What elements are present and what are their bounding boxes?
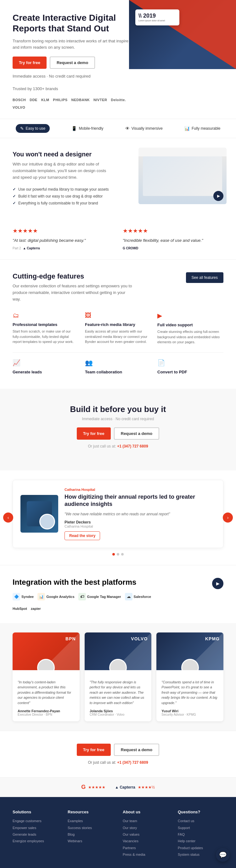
case-study-section: ‹ Catharina Hospital How digitizing thei… xyxy=(0,470,236,565)
logo-deloitte: Deloitte. xyxy=(111,98,126,102)
rating-capterra: ▲ Capterra ★★★★½ xyxy=(115,785,155,789)
see-all-features-button[interactable]: See all features xyxy=(186,272,224,283)
ratings-bar: G ★★★★★ ▲ Capterra ★★★★½ xyxy=(0,777,236,797)
tcard-bpn-body: "In today's content-laden environment, a… xyxy=(12,670,80,722)
logo-bosch: BOSCH xyxy=(12,98,26,102)
checklist: ✓ Use our powerful media library to mana… xyxy=(12,187,126,206)
footer-about: About us Our team Our story Our values V… xyxy=(123,810,168,859)
footer-link-examples[interactable]: Examples xyxy=(68,819,113,824)
integration-logos: 🔷 Syndee 📊 Google Analytics 🏷 Google Tag… xyxy=(12,593,203,600)
tcard-kpmg-role: Security Advisor · KPMG xyxy=(161,713,218,716)
footer-link-support[interactable]: Support xyxy=(178,826,224,830)
int-logo-hubspot: HubSpot xyxy=(12,607,27,611)
feature-leads-title: Generate leads xyxy=(12,370,79,374)
feature-video-desc: Create stunning effects using full-scree… xyxy=(157,329,224,345)
hero-try-free-button[interactable]: Try for free xyxy=(12,57,47,69)
footer-link-vacancies[interactable]: Vacancies xyxy=(123,839,168,843)
footer-link-engage[interactable]: Engage customers xyxy=(12,819,58,824)
bottom-try-free-button[interactable]: Try for free xyxy=(77,744,111,756)
integration-play-button[interactable]: ▶ xyxy=(212,578,224,589)
feature-fully-measurable[interactable]: 📊 Fully measurable xyxy=(184,124,220,133)
carousel-dot-2[interactable] xyxy=(117,553,119,556)
stars-1: ★★★★★ xyxy=(12,227,113,234)
feature-video-title: Full video support xyxy=(157,322,224,327)
int-logo-gtm: 🏷 Google Tag Manager xyxy=(78,593,121,600)
play-button[interactable]: ▶ xyxy=(213,191,224,201)
footer-link-contact[interactable]: Contact us xyxy=(178,819,224,824)
case-person-avatar xyxy=(39,514,55,529)
bottom-phone-link[interactable]: +1 (347) 727 6809 xyxy=(117,760,148,765)
footer-link-webinars[interactable]: Webinars xyxy=(68,839,113,843)
feature-video: ▶ Full video support Create stunning eff… xyxy=(157,312,224,345)
build-try-free-button[interactable]: Try for free xyxy=(77,427,111,440)
g2crowd-logo: G CROWD xyxy=(123,247,138,250)
footer-link-team[interactable]: Our team xyxy=(123,819,168,824)
tcard-bpn-quote: "In today's content-laden environment, a… xyxy=(18,680,75,706)
bottom-request-demo-button[interactable]: Request a demo xyxy=(114,744,159,756)
case-author-name: Pieter Deckers xyxy=(64,520,215,524)
testimonial-cards-section: BPN "In today's content-laden environmen… xyxy=(0,623,236,731)
chat-button[interactable]: 💬 xyxy=(216,848,230,862)
feature-mobile-label: Mobile-friendly xyxy=(79,126,103,131)
footer-link-press[interactable]: Press & media xyxy=(123,852,168,857)
tcard-volvo-quote: "The fully responsive design is perfect … xyxy=(90,680,147,706)
features-grid-top: 🗂 Professional templates Start from scra… xyxy=(12,312,224,345)
carousel-prev-button[interactable]: ‹ xyxy=(3,513,13,523)
int-logo-syndee: 🔷 Syndee xyxy=(12,593,34,600)
footer-about-title: About us xyxy=(123,810,168,814)
footer-link-success[interactable]: Success stories xyxy=(68,826,113,830)
tcard-bpn-header: BPN xyxy=(12,632,80,670)
leads-icon: 📈 xyxy=(12,359,79,367)
footer-link-generate[interactable]: Generate leads xyxy=(12,832,58,837)
hero-request-demo-button[interactable]: Request a demo xyxy=(50,57,95,69)
pdf-icon: 📄 xyxy=(157,359,224,367)
checklist-item-2: ✓ Build it fast with our easy to use dra… xyxy=(12,194,126,198)
carousel-dot-3[interactable] xyxy=(121,553,124,556)
build-request-demo-button[interactable]: Request a demo xyxy=(114,427,159,440)
tcard-kpmg-logo: KPMG xyxy=(205,636,220,641)
footer-link-partners[interactable]: Partners xyxy=(123,846,168,850)
footer-link-energize[interactable]: Energize employees xyxy=(12,839,58,843)
feature-mobile-friendly[interactable]: 📱 Mobile-friendly xyxy=(72,124,103,133)
carousel-next-button[interactable]: › xyxy=(223,513,233,523)
tcard-bpn-role: Executive Director · BPN xyxy=(18,713,75,716)
brand-logos: BOSCH DDE KLM PHILIPS NEDBANK NIVTER Del… xyxy=(12,98,132,109)
testimonial-text-1: "At last: digital publishing became easy… xyxy=(12,238,113,244)
feature-visually-immersive[interactable]: 👁 Visually immersive xyxy=(125,124,163,133)
footer-link-faq[interactable]: FAQ xyxy=(178,832,224,837)
footer-link-empower[interactable]: Empower sales xyxy=(12,826,58,830)
feature-easy-label: Easy to use xyxy=(26,126,46,131)
team-icon: 👥 xyxy=(85,359,151,367)
testimonial-text-2: "Incredible flexibility, ease of use and… xyxy=(123,238,224,244)
tcard-kpmg-body: "Consultants spend a lot of time in Powe… xyxy=(156,670,224,722)
phone-link[interactable]: +1 (347) 727 6809 xyxy=(117,444,148,448)
integration-title: Integration with the best platforms xyxy=(12,578,203,587)
footer-link-blog[interactable]: Blog xyxy=(68,832,113,837)
feature-team-title: Team collaboration xyxy=(85,370,151,374)
footer-resources: Resources Examples Success stories Blog … xyxy=(68,810,113,859)
footer-link-story[interactable]: Our story xyxy=(123,826,168,830)
case-tag: Catharina Hospital xyxy=(64,488,215,492)
g-logo: G xyxy=(81,784,86,790)
tcard-volvo: VOLVO "The fully responsive design is pe… xyxy=(85,632,152,722)
hero-section: Create Interactive Digital Reports that … xyxy=(0,0,236,119)
footer-link-help[interactable]: Help center xyxy=(178,839,224,843)
carousel-dot-1[interactable] xyxy=(112,553,115,556)
footer-questions-title: Questions? xyxy=(178,810,224,814)
footer-link-updates[interactable]: Product updates xyxy=(178,846,224,850)
feature-easy-to-use[interactable]: ✎ Easy to use xyxy=(16,124,50,133)
footer-link-values[interactable]: Our values xyxy=(123,832,168,837)
hero-image: \\ 2019 Lorem ipsum dolor sit amet xyxy=(129,0,236,69)
feature-media-title: Feature-rich media library xyxy=(85,322,151,327)
video-icon: ▶ xyxy=(157,312,224,319)
case-study-card: Catharina Hospital How digitizing their … xyxy=(12,480,224,548)
feature-templates-desc: Start from scratch, or make use of our f… xyxy=(12,329,79,344)
carousel-dots xyxy=(12,553,224,556)
hero-card-text: Lorem ipsum dolor sit amet xyxy=(138,19,176,22)
integration-section: Integration with the best platforms 🔷 Sy… xyxy=(0,565,236,623)
tcard-kpmg-header: KPMG xyxy=(156,632,224,670)
testimonial-source-1: Part 2 ▲ Capterra xyxy=(12,247,113,250)
read-story-link[interactable]: Read the story xyxy=(64,531,100,540)
footer-grid: Solutions Engage customers Empower sales… xyxy=(12,810,224,859)
features-grid-bottom: 📈 Generate leads 👥 Team collaboration 📄 … xyxy=(12,352,224,376)
